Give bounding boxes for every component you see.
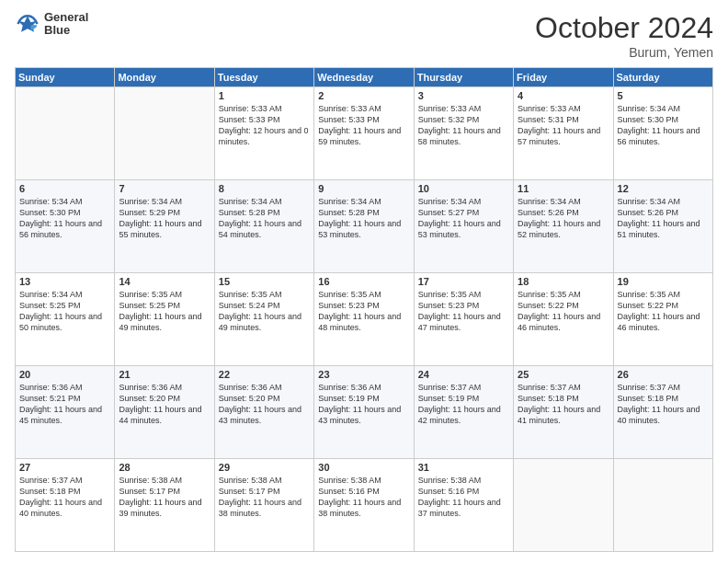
- day-number: 14: [119, 276, 210, 287]
- day-number: 25: [518, 369, 609, 380]
- logo: General Blue: [15, 11, 88, 38]
- weekday-header-saturday: Saturday: [613, 68, 712, 87]
- calendar-cell: 28Sunrise: 5:38 AMSunset: 5:17 PMDayligh…: [115, 459, 214, 552]
- weekday-header-monday: Monday: [115, 68, 214, 87]
- day-info: Sunrise: 5:35 AMSunset: 5:22 PMDaylight:…: [518, 289, 609, 334]
- day-info: Sunrise: 5:38 AMSunset: 5:16 PMDaylight:…: [418, 475, 509, 520]
- day-info: Sunrise: 5:35 AMSunset: 5:23 PMDaylight:…: [418, 289, 509, 334]
- calendar-cell: 11Sunrise: 5:34 AMSunset: 5:26 PMDayligh…: [514, 180, 613, 273]
- day-info: Sunrise: 5:34 AMSunset: 5:25 PMDaylight:…: [19, 289, 110, 334]
- calendar-cell: 6Sunrise: 5:34 AMSunset: 5:30 PMDaylight…: [16, 180, 115, 273]
- day-info: Sunrise: 5:36 AMSunset: 5:20 PMDaylight:…: [119, 382, 210, 427]
- day-number: 6: [19, 183, 110, 194]
- calendar-cell: 30Sunrise: 5:38 AMSunset: 5:16 PMDayligh…: [314, 459, 414, 552]
- day-number: 13: [19, 276, 110, 287]
- day-info: Sunrise: 5:37 AMSunset: 5:18 PMDaylight:…: [19, 475, 110, 520]
- calendar-cell: 29Sunrise: 5:38 AMSunset: 5:17 PMDayligh…: [214, 459, 313, 552]
- calendar-cell: 21Sunrise: 5:36 AMSunset: 5:20 PMDayligh…: [115, 366, 214, 459]
- day-number: 7: [119, 183, 210, 194]
- weekday-header-friday: Friday: [514, 68, 613, 87]
- week-row-2: 6Sunrise: 5:34 AMSunset: 5:30 PMDaylight…: [16, 180, 713, 273]
- day-number: 4: [518, 90, 609, 101]
- calendar-cell: 8Sunrise: 5:34 AMSunset: 5:28 PMDaylight…: [214, 180, 313, 273]
- day-info: Sunrise: 5:35 AMSunset: 5:22 PMDaylight:…: [618, 289, 709, 334]
- calendar-cell: [514, 459, 613, 552]
- day-number: 17: [418, 276, 509, 287]
- calendar: SundayMondayTuesdayWednesdayThursdayFrid…: [15, 67, 713, 552]
- day-info: Sunrise: 5:33 AMSunset: 5:31 PMDaylight:…: [518, 103, 609, 148]
- day-number: 11: [518, 183, 609, 194]
- day-info: Sunrise: 5:34 AMSunset: 5:26 PMDaylight:…: [518, 196, 609, 241]
- weekday-header-row: SundayMondayTuesdayWednesdayThursdayFrid…: [16, 68, 713, 87]
- calendar-cell: 5Sunrise: 5:34 AMSunset: 5:30 PMDaylight…: [613, 87, 712, 180]
- day-number: 23: [318, 369, 409, 380]
- day-number: 21: [119, 369, 210, 380]
- calendar-cell: 13Sunrise: 5:34 AMSunset: 5:25 PMDayligh…: [16, 273, 115, 366]
- weekday-header-tuesday: Tuesday: [214, 68, 313, 87]
- day-info: Sunrise: 5:35 AMSunset: 5:24 PMDaylight:…: [219, 289, 310, 334]
- calendar-cell: [115, 87, 214, 180]
- day-info: Sunrise: 5:37 AMSunset: 5:19 PMDaylight:…: [418, 382, 509, 427]
- day-number: 16: [318, 276, 409, 287]
- day-number: 1: [219, 90, 310, 101]
- day-info: Sunrise: 5:35 AMSunset: 5:23 PMDaylight:…: [318, 289, 409, 334]
- calendar-cell: 19Sunrise: 5:35 AMSunset: 5:22 PMDayligh…: [613, 273, 712, 366]
- day-info: Sunrise: 5:33 AMSunset: 5:32 PMDaylight:…: [418, 103, 509, 148]
- calendar-cell: 27Sunrise: 5:37 AMSunset: 5:18 PMDayligh…: [16, 459, 115, 552]
- weekday-header-wednesday: Wednesday: [314, 68, 414, 87]
- day-info: Sunrise: 5:36 AMSunset: 5:19 PMDaylight:…: [318, 382, 409, 427]
- logo-line2: Blue: [44, 24, 88, 37]
- calendar-cell: [16, 87, 115, 180]
- day-info: Sunrise: 5:34 AMSunset: 5:28 PMDaylight:…: [219, 196, 310, 241]
- logo-icon: [15, 11, 40, 37]
- calendar-cell: [613, 459, 712, 552]
- day-info: Sunrise: 5:34 AMSunset: 5:30 PMDaylight:…: [19, 196, 110, 241]
- calendar-cell: 4Sunrise: 5:33 AMSunset: 5:31 PMDaylight…: [514, 87, 613, 180]
- calendar-cell: 24Sunrise: 5:37 AMSunset: 5:19 PMDayligh…: [414, 366, 513, 459]
- day-info: Sunrise: 5:37 AMSunset: 5:18 PMDaylight:…: [518, 382, 609, 427]
- day-number: 18: [518, 276, 609, 287]
- month-title: October 2024: [535, 11, 713, 45]
- day-number: 30: [318, 462, 409, 473]
- day-number: 26: [618, 369, 709, 380]
- calendar-cell: 2Sunrise: 5:33 AMSunset: 5:33 PMDaylight…: [314, 87, 414, 180]
- calendar-cell: 10Sunrise: 5:34 AMSunset: 5:27 PMDayligh…: [414, 180, 513, 273]
- calendar-cell: 23Sunrise: 5:36 AMSunset: 5:19 PMDayligh…: [314, 366, 414, 459]
- day-info: Sunrise: 5:35 AMSunset: 5:25 PMDaylight:…: [119, 289, 210, 334]
- day-number: 3: [418, 90, 509, 101]
- day-number: 28: [119, 462, 210, 473]
- week-row-4: 20Sunrise: 5:36 AMSunset: 5:21 PMDayligh…: [16, 366, 713, 459]
- calendar-cell: 14Sunrise: 5:35 AMSunset: 5:25 PMDayligh…: [115, 273, 214, 366]
- day-info: Sunrise: 5:33 AMSunset: 5:33 PMDaylight:…: [219, 103, 310, 148]
- week-row-3: 13Sunrise: 5:34 AMSunset: 5:25 PMDayligh…: [16, 273, 713, 366]
- header: General Blue October 2024 Burum, Yemen: [15, 11, 713, 60]
- day-info: Sunrise: 5:34 AMSunset: 5:26 PMDaylight:…: [618, 196, 709, 241]
- calendar-cell: 15Sunrise: 5:35 AMSunset: 5:24 PMDayligh…: [214, 273, 313, 366]
- calendar-cell: 20Sunrise: 5:36 AMSunset: 5:21 PMDayligh…: [16, 366, 115, 459]
- day-number: 2: [318, 90, 409, 101]
- day-number: 5: [618, 90, 709, 101]
- day-number: 15: [219, 276, 310, 287]
- day-number: 19: [618, 276, 709, 287]
- day-info: Sunrise: 5:34 AMSunset: 5:29 PMDaylight:…: [119, 196, 210, 241]
- day-number: 12: [618, 183, 709, 194]
- calendar-cell: 18Sunrise: 5:35 AMSunset: 5:22 PMDayligh…: [514, 273, 613, 366]
- day-number: 10: [418, 183, 509, 194]
- calendar-cell: 3Sunrise: 5:33 AMSunset: 5:32 PMDaylight…: [414, 87, 513, 180]
- calendar-cell: 7Sunrise: 5:34 AMSunset: 5:29 PMDaylight…: [115, 180, 214, 273]
- logo-line1: General: [44, 11, 88, 24]
- calendar-cell: 16Sunrise: 5:35 AMSunset: 5:23 PMDayligh…: [314, 273, 414, 366]
- calendar-cell: 26Sunrise: 5:37 AMSunset: 5:18 PMDayligh…: [613, 366, 712, 459]
- title-block: October 2024 Burum, Yemen: [535, 11, 713, 60]
- day-info: Sunrise: 5:34 AMSunset: 5:30 PMDaylight:…: [618, 103, 709, 148]
- day-number: 8: [219, 183, 310, 194]
- day-info: Sunrise: 5:33 AMSunset: 5:33 PMDaylight:…: [318, 103, 409, 148]
- logo-text: General Blue: [44, 11, 88, 38]
- calendar-cell: 9Sunrise: 5:34 AMSunset: 5:28 PMDaylight…: [314, 180, 414, 273]
- day-number: 9: [318, 183, 409, 194]
- calendar-cell: 25Sunrise: 5:37 AMSunset: 5:18 PMDayligh…: [514, 366, 613, 459]
- calendar-cell: 12Sunrise: 5:34 AMSunset: 5:26 PMDayligh…: [613, 180, 712, 273]
- calendar-cell: 1Sunrise: 5:33 AMSunset: 5:33 PMDaylight…: [214, 87, 313, 180]
- day-number: 29: [219, 462, 310, 473]
- day-number: 20: [19, 369, 110, 380]
